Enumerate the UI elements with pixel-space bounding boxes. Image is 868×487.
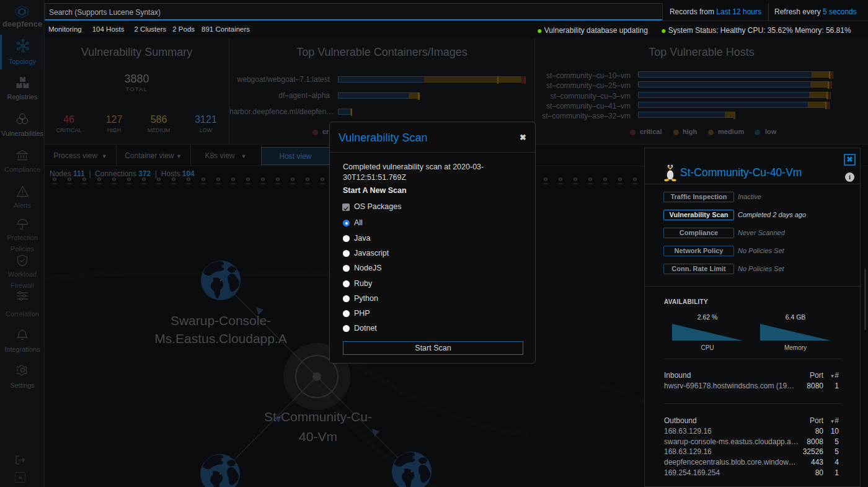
svg-text:40-Vm: 40-Vm (299, 429, 337, 444)
svg-text:Swarup-Console-: Swarup-Console- (170, 313, 271, 328)
svg-text:Ms.Eastus.Cloudapp.A: Ms.Eastus.Cloudapp.A (154, 331, 287, 346)
svg-text:St-Community-Cu-: St-Community-Cu- (264, 409, 372, 424)
